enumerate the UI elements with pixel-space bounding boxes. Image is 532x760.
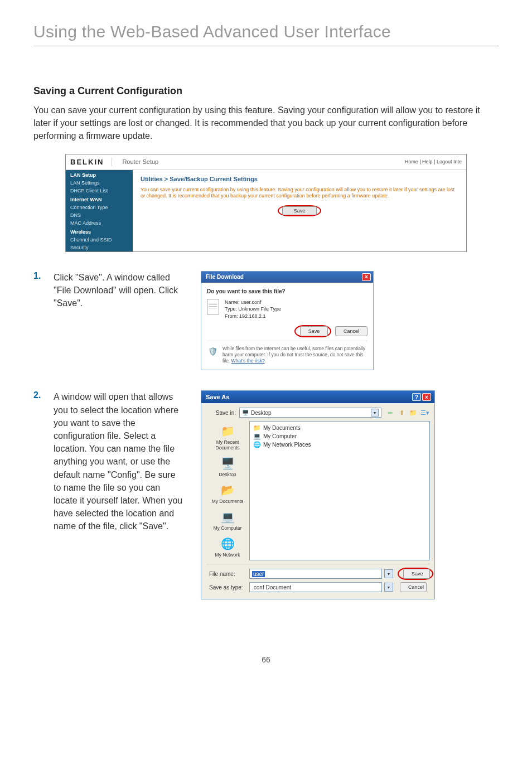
filename-label: File name: bbox=[206, 571, 249, 577]
sidebar-heading-wan: Internet WAN bbox=[66, 195, 133, 204]
desktop-icon: 🖥️ bbox=[242, 410, 249, 416]
risk-link[interactable]: What's the risk? bbox=[231, 358, 265, 364]
network-icon: 🌐 bbox=[220, 536, 235, 551]
dialog-question: Do you want to save this file? bbox=[207, 288, 367, 294]
step-1-text: Click "Save". A window called "File Down… bbox=[54, 271, 184, 310]
highlight-oval: Save bbox=[398, 568, 433, 580]
sidebar-item-dns[interactable]: DNS bbox=[66, 211, 133, 219]
step-number-1: 1. bbox=[33, 271, 54, 310]
filetype-label: Save as type: bbox=[206, 584, 249, 590]
up-icon[interactable]: ⬆ bbox=[396, 408, 407, 418]
highlight-oval: Save bbox=[278, 205, 322, 216]
sidebar-item-connection[interactable]: Connection Type bbox=[66, 204, 133, 211]
sidebar-item-channel[interactable]: Channel and SSID bbox=[66, 236, 133, 244]
file-list[interactable]: 📁My Documents 💻My Computer 🌐My Network P… bbox=[249, 421, 430, 560]
brand-logo: BELKIN bbox=[70, 158, 112, 166]
page-number: 66 bbox=[33, 655, 499, 664]
list-item[interactable]: 🌐My Network Places bbox=[252, 440, 427, 449]
step-number-2: 2. bbox=[33, 390, 54, 533]
file-icon bbox=[207, 299, 219, 314]
place-label: My Recent Documents bbox=[207, 439, 248, 451]
save-button[interactable]: Save bbox=[403, 569, 430, 579]
name-label: Name: bbox=[225, 299, 240, 305]
file-name: user.conf bbox=[241, 299, 262, 305]
highlight-oval: Save bbox=[294, 325, 332, 337]
close-icon[interactable]: × bbox=[422, 393, 431, 401]
sidebar-item-lan-settings[interactable]: LAN Settings bbox=[66, 179, 133, 187]
place-mynet[interactable]: 🌐 My Network bbox=[206, 534, 249, 560]
chevron-down-icon[interactable]: ▾ bbox=[384, 583, 393, 592]
back-icon[interactable]: ⬅ bbox=[385, 408, 395, 418]
documents-icon: 📂 bbox=[220, 483, 235, 497]
savein-value: Desktop bbox=[251, 410, 272, 416]
filetype-dropdown[interactable]: .conf Document bbox=[249, 582, 382, 592]
file-from: 192.168.2.1 bbox=[239, 313, 266, 319]
type-label: Type: bbox=[225, 306, 237, 312]
save-button[interactable]: Save bbox=[282, 206, 317, 215]
dialog-title: File Download bbox=[206, 274, 244, 280]
chevron-down-icon[interactable]: ▾ bbox=[371, 409, 379, 417]
place-label: Desktop bbox=[219, 472, 236, 477]
place-mydocs[interactable]: 📂 My Documents bbox=[206, 480, 249, 507]
shield-icon: 🛡️ bbox=[207, 346, 218, 357]
place-label: My Documents bbox=[212, 498, 244, 504]
step-2-text: A window will open that allows you to se… bbox=[54, 390, 184, 533]
sidebar-item-security[interactable]: Security bbox=[66, 244, 133, 251]
sidebar-heading-wireless: Wireless bbox=[66, 227, 133, 236]
list-item[interactable]: 💻My Computer bbox=[252, 432, 427, 440]
chevron-down-icon[interactable]: ▾ bbox=[384, 569, 393, 578]
filename-input[interactable]: user bbox=[249, 569, 382, 579]
place-recent[interactable]: 📁 My Recent Documents bbox=[206, 421, 249, 453]
router-sidebar: LAN Setup LAN Settings DHCP Client List … bbox=[66, 170, 133, 251]
new-folder-icon[interactable]: 📁 bbox=[408, 408, 418, 418]
desktop-icon: 🖥️ bbox=[220, 456, 235, 471]
sidebar-heading-lan: LAN Setup bbox=[66, 170, 133, 179]
place-label: My Network bbox=[215, 552, 240, 558]
filetype-value: .conf Document bbox=[252, 584, 291, 590]
router-title: Router Setup bbox=[122, 158, 158, 165]
dialog-title: Save As bbox=[206, 394, 229, 400]
intro-paragraph: You can save your current configuration … bbox=[33, 104, 499, 143]
help-icon[interactable]: ? bbox=[412, 393, 421, 401]
folder-icon: 📁 bbox=[253, 424, 261, 432]
recent-icon: 📁 bbox=[220, 424, 235, 438]
filename-value: user bbox=[252, 571, 265, 577]
sidebar-item-dhcp[interactable]: DHCP Client List bbox=[66, 187, 133, 195]
place-label: My Computer bbox=[213, 525, 241, 531]
router-screenshot: BELKIN Router Setup Home | Help | Logout… bbox=[65, 154, 467, 252]
from-label: From: bbox=[225, 313, 238, 319]
file-download-dialog: File Download × Do you want to save this… bbox=[201, 271, 374, 371]
savein-label: Save in: bbox=[206, 410, 239, 416]
view-menu-icon[interactable]: ☰▾ bbox=[420, 408, 430, 418]
save-as-dialog: Save As ? × Save in: 🖥️ Desktop ▾ ⬅ ⬆ 📁 … bbox=[201, 390, 435, 599]
place-desktop[interactable]: 🖥️ Desktop bbox=[206, 453, 249, 480]
network-icon: 🌐 bbox=[253, 441, 261, 448]
file-type: Unknown File Type bbox=[239, 306, 281, 312]
router-header-links[interactable]: Home | Help | Logout Inte bbox=[405, 159, 462, 164]
sidebar-item-mac[interactable]: MAC Address bbox=[66, 219, 133, 227]
place-mycomp[interactable]: 💻 My Computer bbox=[206, 507, 249, 534]
cancel-button[interactable]: Cancel bbox=[335, 326, 367, 336]
section-title: Saving a Current Configuration bbox=[33, 85, 499, 97]
savein-dropdown[interactable]: 🖥️ Desktop ▾ bbox=[239, 408, 381, 418]
save-button[interactable]: Save bbox=[300, 326, 328, 336]
close-icon[interactable]: × bbox=[362, 273, 371, 281]
computer-icon: 💻 bbox=[220, 510, 235, 524]
computer-icon: 💻 bbox=[253, 433, 261, 440]
page-title: Using the Web-Based Advanced User Interf… bbox=[33, 22, 499, 41]
cancel-button[interactable]: Cancel bbox=[400, 582, 427, 592]
horizontal-rule bbox=[33, 46, 499, 46]
list-item[interactable]: 📁My Documents bbox=[252, 424, 427, 432]
utilities-desc: You can save your current configuration … bbox=[141, 187, 458, 200]
utilities-heading: Utilities > Save/Backup Current Settings bbox=[141, 176, 458, 182]
